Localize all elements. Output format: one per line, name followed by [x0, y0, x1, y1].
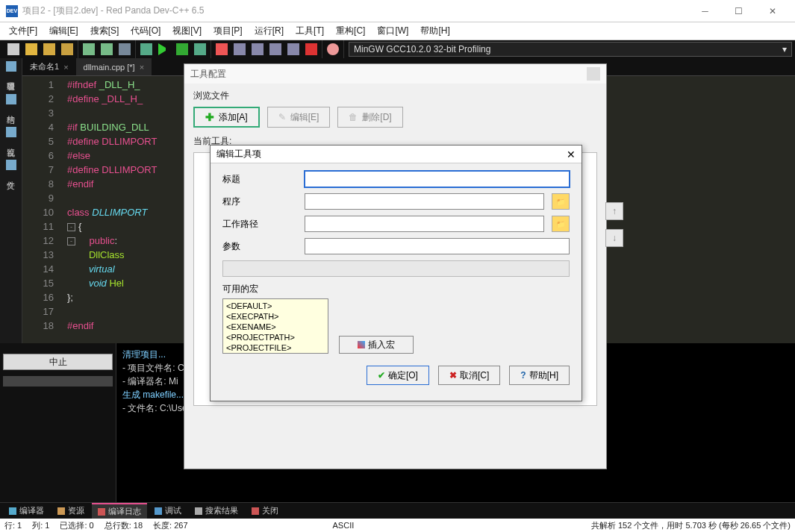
sidebar-tab-icon[interactable] — [6, 160, 16, 170]
edit-tool-button[interactable]: ✎ 编辑[E] — [267, 107, 331, 128]
macro-item[interactable]: <DEFAULT> — [226, 301, 325, 311]
sidebar-tab-label[interactable]: 项目管理 — [4, 73, 18, 79]
editor-tab[interactable]: dllmain.cpp [*]× — [76, 58, 152, 75]
delete-tool-button[interactable]: 🗑 删除[D] — [337, 107, 402, 128]
edit-dialog-title: 编辑工具项 — [216, 148, 261, 160]
plus-icon: ✚ — [205, 111, 214, 123]
program-label: 程序 — [222, 195, 297, 208]
status-parse-info: 共解析 152 个文件，用时 5.703 秒 (每秒 26.65 个文件) — [591, 520, 791, 531]
insert-icon — [358, 341, 365, 348]
menu-item[interactable]: 搜索[S] — [84, 23, 125, 39]
step-into-icon[interactable] — [252, 43, 264, 55]
macro-item[interactable]: <EXENAME> — [226, 322, 325, 332]
debug-icon[interactable] — [216, 43, 228, 55]
abort-button[interactable]: 中止 — [3, 354, 113, 370]
status-tab-icon — [252, 507, 259, 515]
status-col: 列: 1 — [32, 520, 49, 531]
menu-item[interactable]: 重构[C] — [330, 23, 371, 39]
status-encoding: ASCII — [333, 521, 355, 530]
preview-field — [222, 260, 570, 277]
menu-item[interactable]: 工具[T] — [290, 23, 330, 39]
macros-listbox[interactable]: <DEFAULT><EXECPATH><EXENAME><PROJECTPATH… — [222, 298, 328, 354]
program-input[interactable] — [305, 193, 544, 210]
close-button[interactable]: ✕ — [755, 1, 789, 22]
pencil-icon: ✎ — [278, 112, 286, 122]
browse-workdir-button[interactable]: 📁 — [552, 216, 570, 232]
tab-close-icon[interactable]: × — [63, 63, 68, 72]
menu-item[interactable]: 代码[O] — [125, 23, 166, 39]
menu-item[interactable]: 窗口[W] — [371, 23, 414, 39]
edit-dialog-close-icon[interactable]: ✕ — [567, 148, 576, 160]
title-label: 标题 — [222, 173, 297, 186]
maximize-button[interactable]: ☐ — [722, 1, 755, 22]
run-icon[interactable] — [158, 43, 170, 55]
status-tab-icon — [155, 507, 162, 515]
x-icon: ✖ — [449, 370, 457, 381]
sidebar-tab-label[interactable]: 结构 — [4, 106, 18, 112]
editor-tab[interactable]: 未命名1× — [22, 58, 76, 75]
compile-run-icon[interactable] — [176, 43, 188, 55]
move-down-button[interactable]: ↓ — [605, 229, 623, 247]
status-tab[interactable]: 关闭 — [246, 504, 284, 518]
args-label: 参数 — [222, 240, 297, 253]
menu-item[interactable]: 编辑[E] — [43, 23, 84, 39]
nav-forward-icon[interactable] — [101, 43, 113, 55]
new-file-icon[interactable] — [7, 43, 19, 55]
status-tab[interactable]: 搜索结果 — [189, 504, 244, 518]
nav-selector-icon[interactable] — [119, 43, 131, 55]
open-icon[interactable] — [25, 43, 37, 55]
edit-tool-item-dialog: 编辑工具项 ✕ 标题 程序 📁 工作路径 📁 参数 可用的宏 <DEFAULT>… — [210, 145, 582, 401]
title-input[interactable] — [305, 171, 570, 187]
status-length: 长度: 267 — [153, 520, 187, 531]
ok-button[interactable]: ✔ 确定[O] — [367, 366, 429, 385]
sidebar-tab-label[interactable]: 监视 — [4, 139, 18, 145]
menu-item[interactable]: 项目[P] — [208, 23, 249, 39]
help-button[interactable]: ? 帮助[H] — [509, 366, 570, 385]
compile-control-panel: 中止 — [0, 343, 116, 515]
sidebar-tab-icon[interactable] — [6, 127, 16, 137]
insert-macro-button[interactable]: 插入宏 — [339, 336, 414, 354]
nav-back-icon[interactable] — [83, 43, 95, 55]
save-icon[interactable] — [43, 43, 55, 55]
workdir-input[interactable] — [305, 216, 544, 232]
check-icon: ✔ — [378, 370, 385, 381]
compile-icon[interactable] — [140, 43, 152, 55]
chevron-down-icon: ▾ — [782, 44, 787, 54]
tool-config-close-icon[interactable] — [587, 67, 600, 81]
move-up-button[interactable]: ↑ — [605, 202, 623, 220]
sidebar-tab-icon[interactable] — [6, 94, 16, 104]
macro-item[interactable]: <PROJECTFILE> — [226, 342, 325, 353]
status-total-lines: 总行数: 18 — [105, 520, 143, 531]
tool-config-title: 工具配置 — [190, 68, 226, 81]
args-input[interactable] — [305, 238, 570, 254]
question-icon: ? — [520, 370, 526, 381]
add-tool-button[interactable]: ✚ 添加[A] — [193, 107, 260, 128]
titlebar: DEV 项目2 - [项目2.dev] - Red Panda Dev-C++ … — [0, 0, 795, 22]
menu-item[interactable]: 运行[R] — [249, 23, 290, 39]
palette-icon[interactable] — [327, 43, 339, 55]
macro-item[interactable]: <EXECPATH> — [226, 311, 325, 322]
stop-debug-icon[interactable] — [305, 43, 317, 55]
status-tab[interactable]: 调试 — [149, 504, 187, 518]
step-over-icon[interactable] — [234, 43, 246, 55]
menu-item[interactable]: 帮助[H] — [414, 23, 455, 39]
status-tab[interactable]: 资源 — [52, 504, 90, 518]
browse-program-button[interactable]: 📁 — [552, 193, 570, 210]
minimize-button[interactable]: ─ — [688, 1, 722, 22]
browse-files-label: 浏览文件 — [193, 90, 597, 102]
status-tab[interactable]: 编译日志 — [92, 503, 147, 519]
macros-label: 可用的宏 — [222, 283, 570, 295]
menu-item[interactable]: 视图[V] — [166, 23, 208, 39]
status-tab[interactable]: 编译器 — [3, 504, 50, 518]
step-out-icon[interactable] — [269, 43, 281, 55]
sidebar-tab-icon[interactable] — [6, 61, 16, 72]
save-all-icon[interactable] — [61, 43, 73, 55]
menu-item[interactable]: 文件[F] — [3, 23, 43, 39]
continue-icon[interactable] — [287, 43, 299, 55]
rebuild-icon[interactable] — [194, 43, 206, 55]
compiler-profile-dropdown[interactable]: MinGW GCC10.2.0 32-bit Profiling ▾ — [349, 42, 792, 57]
sidebar-tab-label[interactable]: 文件 — [4, 172, 18, 178]
macro-item[interactable]: <PROJECTPATH> — [226, 332, 325, 342]
tab-close-icon[interactable]: × — [140, 63, 144, 72]
cancel-button[interactable]: ✖ 取消[C] — [438, 366, 500, 385]
